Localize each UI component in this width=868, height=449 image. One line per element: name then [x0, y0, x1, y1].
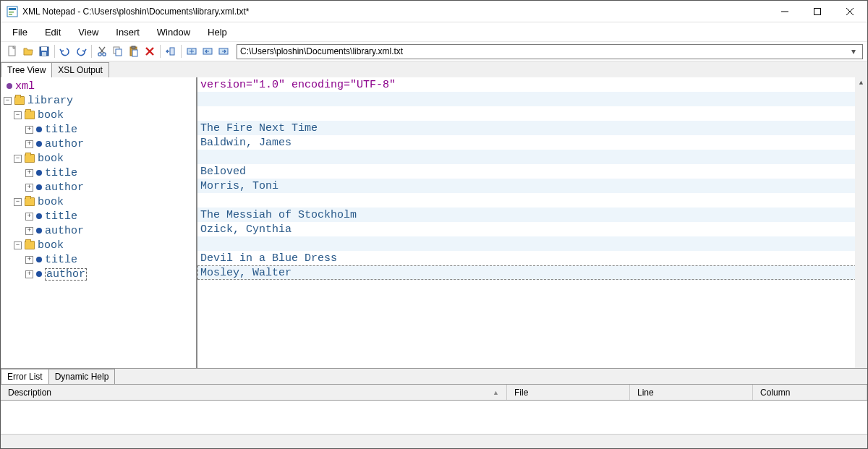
- statusbar: [1, 434, 867, 448]
- scrollbar[interactable]: ▲: [855, 77, 867, 368]
- svg-rect-10: [41, 47, 47, 51]
- svg-point-13: [103, 53, 106, 56]
- tree-node-title[interactable]: +title: [1, 252, 196, 267]
- folder-icon: [25, 111, 35, 119]
- tab-xsl-output[interactable]: XSL Output: [51, 62, 109, 77]
- address-bar[interactable]: C:\Users\ploshin\Documents\library.xml.t…: [237, 44, 863, 59]
- tree-node-xml[interactable]: xml: [1, 79, 196, 93]
- tree-node-title[interactable]: +title: [1, 122, 196, 137]
- collapse-icon[interactable]: −: [14, 198, 22, 206]
- collapse-icon[interactable]: −: [4, 97, 12, 105]
- menu-view[interactable]: View: [71, 25, 106, 40]
- tab-error-list[interactable]: Error List: [1, 369, 49, 384]
- value-pane[interactable]: version="1.0" encoding="UTF-8" The Fire …: [197, 77, 867, 368]
- insert-element-icon[interactable]: [184, 44, 199, 59]
- expand-icon[interactable]: +: [25, 270, 33, 278]
- value-author[interactable]: Baldwin, James: [197, 135, 867, 150]
- nudge-left-icon[interactable]: [163, 44, 178, 59]
- svg-rect-2: [9, 12, 14, 13]
- error-list-body[interactable]: [1, 401, 867, 434]
- value-title[interactable]: The Messiah of Stockholm: [197, 208, 867, 222]
- tree-pane[interactable]: xml −library −book +title +author −book …: [1, 77, 197, 368]
- folder-icon: [25, 241, 35, 249]
- tree-node-book[interactable]: −book: [1, 108, 196, 122]
- value-empty[interactable]: [197, 193, 867, 208]
- expand-icon[interactable]: +: [25, 140, 33, 148]
- element-bullet-icon: [36, 228, 42, 234]
- element-bullet-icon: [36, 257, 42, 262]
- tree-node-author-selected[interactable]: +author: [1, 267, 196, 281]
- value-empty[interactable]: [197, 150, 867, 164]
- col-file[interactable]: File: [507, 385, 630, 400]
- menu-edit[interactable]: Edit: [38, 25, 68, 40]
- minimize-button[interactable]: [768, 1, 801, 22]
- redo-icon[interactable]: [74, 44, 88, 59]
- tree-node-author[interactable]: +author: [1, 137, 196, 151]
- value-author[interactable]: Morris, Toni: [197, 179, 867, 193]
- delete-icon[interactable]: [142, 44, 157, 59]
- address-text: C:\Users\ploshin\Documents\library.xml.t…: [240, 46, 848, 56]
- value-empty[interactable]: [197, 106, 867, 121]
- menu-window[interactable]: Window: [150, 25, 197, 40]
- tree-node-author[interactable]: +author: [1, 223, 196, 238]
- tree-node-title[interactable]: +title: [1, 166, 196, 180]
- expand-icon[interactable]: +: [25, 227, 33, 235]
- close-button[interactable]: [833, 1, 866, 22]
- value-empty[interactable]: [197, 92, 867, 106]
- maximize-button[interactable]: [801, 1, 833, 22]
- tree-node-book[interactable]: −book: [1, 194, 196, 209]
- expand-icon[interactable]: +: [25, 213, 33, 221]
- new-file-icon[interactable]: [5, 44, 20, 59]
- col-column[interactable]: Column: [753, 385, 867, 400]
- value-title[interactable]: Devil in a Blue Dress: [197, 251, 867, 265]
- error-list-header: Description▲ File Line Column: [1, 385, 867, 401]
- expand-icon[interactable]: +: [25, 126, 33, 134]
- save-icon[interactable]: [37, 44, 51, 59]
- svg-point-12: [98, 53, 101, 56]
- tree-node-book[interactable]: −book: [1, 238, 196, 252]
- collapse-icon[interactable]: −: [14, 241, 22, 249]
- menu-insert[interactable]: Insert: [109, 25, 147, 40]
- insert-after-icon[interactable]: [216, 44, 231, 59]
- copy-icon[interactable]: [111, 44, 125, 59]
- value-empty[interactable]: [197, 236, 867, 251]
- col-description[interactable]: Description▲: [1, 385, 507, 400]
- paste-icon[interactable]: [127, 44, 141, 59]
- svg-rect-20: [132, 50, 137, 56]
- value-author-selected[interactable]: Mosley, Walter: [197, 265, 867, 280]
- tab-tree-view[interactable]: Tree View: [1, 62, 52, 77]
- menu-help[interactable]: Help: [200, 25, 234, 40]
- open-file-icon[interactable]: [21, 44, 35, 59]
- folder-icon: [14, 96, 25, 105]
- scroll-up-icon[interactable]: ▲: [855, 77, 867, 89]
- insert-before-icon[interactable]: [200, 44, 215, 59]
- titlebar: XML Notepad - C:\Users\ploshin\Documents…: [1, 1, 867, 22]
- undo-icon[interactable]: [58, 44, 72, 59]
- collapse-icon[interactable]: −: [14, 111, 22, 119]
- tab-dynamic-help[interactable]: Dynamic Help: [48, 369, 116, 384]
- bottom-tabstrip: Error List Dynamic Help: [1, 368, 867, 384]
- col-line[interactable]: Line: [630, 385, 753, 400]
- error-list-panel: Description▲ File Line Column: [1, 384, 867, 434]
- element-bullet-icon: [36, 170, 42, 176]
- toolbar: C:\Users\ploshin\Documents\library.xml.t…: [1, 41, 867, 61]
- expand-icon[interactable]: +: [25, 184, 33, 192]
- collapse-icon[interactable]: −: [14, 155, 22, 163]
- folder-icon: [25, 154, 35, 163]
- tree-node-library[interactable]: −library: [1, 93, 196, 108]
- value-author[interactable]: Ozick, Cynthia: [197, 222, 867, 236]
- tree-node-title[interactable]: +title: [1, 209, 196, 223]
- expand-icon[interactable]: +: [25, 256, 33, 264]
- value-title[interactable]: The Fire Next Time: [197, 121, 867, 135]
- element-bullet-icon: [36, 141, 42, 147]
- value-xml-decl[interactable]: version="1.0" encoding="UTF-8": [197, 77, 867, 92]
- tree-node-book[interactable]: −book: [1, 151, 196, 166]
- pi-bullet-icon: [7, 83, 12, 89]
- cut-icon[interactable]: [95, 44, 109, 59]
- element-bullet-icon: [36, 271, 42, 277]
- menu-file[interactable]: File: [5, 25, 35, 40]
- address-dropdown-icon[interactable]: ▾: [848, 46, 859, 56]
- tree-node-author[interactable]: +author: [1, 180, 196, 194]
- value-title[interactable]: Beloved: [197, 164, 867, 179]
- expand-icon[interactable]: +: [25, 169, 33, 177]
